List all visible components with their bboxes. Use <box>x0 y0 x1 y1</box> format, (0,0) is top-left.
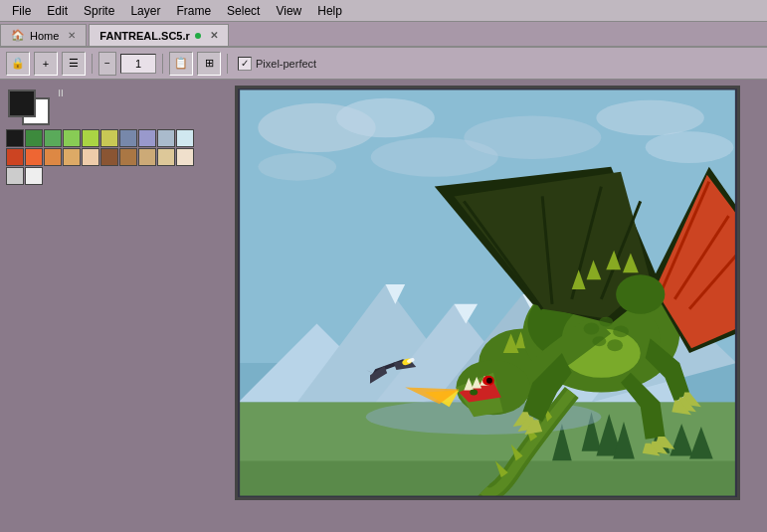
color-swatch-5[interactable] <box>100 129 118 147</box>
pixel-perfect-container: ✓ Pixel-perfect <box>238 57 316 71</box>
menu-frame[interactable]: Frame <box>168 2 219 20</box>
svg-point-8 <box>371 137 498 176</box>
tab-home-close[interactable]: ✕ <box>68 30 76 41</box>
tab-home[interactable]: 🏠 Home ✕ <box>0 24 87 46</box>
dragon-artwork <box>238 89 737 497</box>
color-swatch-11[interactable] <box>25 148 43 166</box>
color-swatch-7[interactable] <box>138 129 156 147</box>
color-swatch-0[interactable] <box>6 129 24 147</box>
sprite-canvas[interactable] <box>235 86 740 500</box>
palette-grid <box>6 129 223 185</box>
foreground-color-box[interactable] <box>8 89 36 117</box>
color-swatch-15[interactable] <box>100 148 118 166</box>
color-swatch-12[interactable] <box>44 148 62 166</box>
color-swatch-13[interactable] <box>63 148 81 166</box>
toolbar-separator-2 <box>162 54 163 74</box>
pause-icon: ⏸ <box>56 88 66 98</box>
minus-icon: − <box>104 58 110 69</box>
tab-fantreal-close[interactable]: ✕ <box>210 30 218 41</box>
tab-modified-dot <box>195 33 201 39</box>
color-swatch-3[interactable] <box>63 129 81 147</box>
menu-select[interactable]: Select <box>219 2 268 20</box>
color-swatch-10[interactable] <box>6 148 24 166</box>
plus-icon: + <box>43 58 49 70</box>
menu-help[interactable]: Help <box>309 2 350 20</box>
color-swatch-6[interactable] <box>119 129 137 147</box>
tab-home-label: Home <box>30 30 59 42</box>
main-area: ⏸ <box>0 80 767 532</box>
lock-button[interactable]: 🔒 <box>6 52 30 76</box>
color-swatch-14[interactable] <box>82 148 99 166</box>
svg-point-82 <box>613 326 629 338</box>
color-swatch-19[interactable] <box>176 148 194 166</box>
pixel-perfect-checkbox[interactable]: ✓ <box>238 57 252 71</box>
svg-point-63 <box>616 274 665 313</box>
menu-view[interactable]: View <box>268 2 309 20</box>
color-swatch-20[interactable] <box>6 167 24 185</box>
svg-point-81 <box>599 317 613 327</box>
svg-point-80 <box>584 323 600 335</box>
color-swatch-17[interactable] <box>138 148 156 166</box>
svg-point-84 <box>607 339 623 351</box>
svg-point-5 <box>596 100 703 135</box>
zoom-input[interactable] <box>120 54 156 74</box>
grid-button[interactable]: ⊞ <box>197 52 221 76</box>
grid-icon: ⊞ <box>205 57 214 70</box>
color-swatch-4[interactable] <box>82 129 99 147</box>
lock-icon: 🔒 <box>11 57 25 70</box>
menu-file[interactable]: File <box>4 2 39 20</box>
left-panel: ⏸ <box>0 80 229 532</box>
stamp-button[interactable]: 📋 <box>169 52 193 76</box>
toolbar: 🔒 + ☰ − 📋 ⊞ ✓ Pixel-perfect <box>0 48 767 80</box>
pixel-perfect-label: Pixel-perfect <box>256 58 316 70</box>
toolbar-separator-1 <box>92 54 93 74</box>
tab-fantreal-label: FANTREAL.SC5.r <box>99 30 189 42</box>
color-swatch-8[interactable] <box>157 129 175 147</box>
color-swatch-1[interactable] <box>25 129 43 147</box>
svg-point-83 <box>592 336 606 346</box>
stamp-icon: 📋 <box>174 57 188 70</box>
tab-fantreal[interactable]: FANTREAL.SC5.r ✕ <box>89 24 228 46</box>
menu-sprite[interactable]: Sprite <box>76 2 122 20</box>
color-swatch-21[interactable] <box>25 167 43 185</box>
fg-bg-colors <box>8 89 52 125</box>
toolbar-separator-3 <box>227 54 228 74</box>
svg-point-7 <box>258 153 336 181</box>
color-swatch-18[interactable] <box>157 148 175 166</box>
svg-point-6 <box>646 131 734 163</box>
color-swatch-9[interactable] <box>176 129 194 147</box>
add-layer-button[interactable]: + <box>34 52 58 76</box>
layers-button[interactable]: ☰ <box>62 52 86 76</box>
menu-layer[interactable]: Layer <box>122 2 168 20</box>
tab-bar: 🏠 Home ✕ FANTREAL.SC5.r ✕ <box>0 22 767 48</box>
layers-icon: ☰ <box>69 57 79 70</box>
svg-point-39 <box>486 378 492 384</box>
color-palette: ⏸ <box>6 86 223 185</box>
zoom-out-button[interactable]: − <box>98 52 116 76</box>
color-swatch-16[interactable] <box>119 148 137 166</box>
svg-point-3 <box>336 98 435 137</box>
home-icon: 🏠 <box>11 29 25 42</box>
menu-bar: File Edit Sprite Layer Frame Select View… <box>0 0 767 22</box>
svg-point-40 <box>470 390 478 396</box>
canvas-area <box>229 80 767 532</box>
color-swatch-2[interactable] <box>44 129 62 147</box>
menu-edit[interactable]: Edit <box>39 2 76 20</box>
